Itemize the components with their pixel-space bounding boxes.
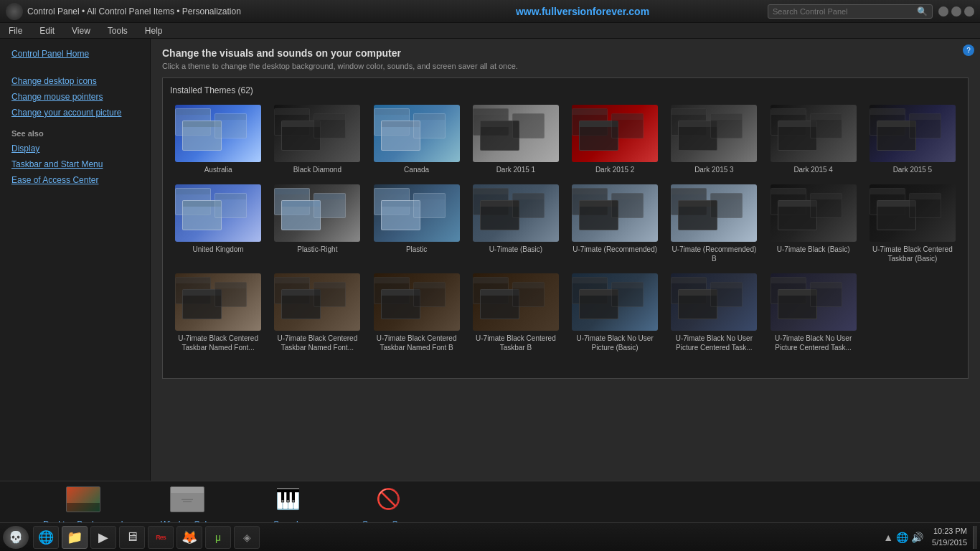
taskbar-tray: ▲ 🌐 🔊 <box>880 532 926 543</box>
theme-label: U-7imate Black (Basic) <box>777 245 850 254</box>
theme-label: Dark 2015 2 <box>595 165 634 174</box>
theme-item-dark2015-4[interactable]: Dark 2015 4 <box>765 101 862 178</box>
menu-view[interactable]: View <box>69 24 93 37</box>
theme-item-u7imate-black[interactable]: U-7imate Black (Basic) <box>765 181 862 267</box>
sidebar: Control Panel Home Change desktop icons … <box>0 39 151 481</box>
theme-item-u7b4[interactable]: U-7imate Black Centered Taskbar Named Fo… <box>369 270 465 356</box>
theme-item-canada[interactable]: Canada <box>369 101 465 178</box>
theme-label: U-7imate Black No User Picture Centered … <box>671 334 757 352</box>
menu-tools[interactable]: Tools <box>105 24 131 37</box>
start-button[interactable]: 💀 <box>3 526 29 549</box>
search-input[interactable] <box>773 7 917 16</box>
theme-item-uk[interactable]: United Kingdom <box>170 181 266 267</box>
theme-item-australia[interactable]: Australia <box>170 101 266 178</box>
taskbar-clock[interactable]: 10:23 PM 5/19/2015 <box>926 526 973 548</box>
theme-label: U-7imate Black Centered Taskbar Named Fo… <box>374 334 460 352</box>
breadcrumb: Control Panel • All Control Panel Items … <box>27 6 397 17</box>
taskbar-ie[interactable]: 🌐 <box>33 526 59 549</box>
sidebar-taskbar-startmenu[interactable]: Taskbar and Start Menu <box>0 156 150 172</box>
app-logo <box>6 3 23 20</box>
theme-item-u7imate-blackct[interactable]: U-7imate Black Centered Taskbar (Basic) <box>864 181 961 267</box>
theme-label: Canada <box>404 165 429 174</box>
theme-item-dark2015-1[interactable]: Dark 2015 1 <box>468 101 564 178</box>
search-icon: 🔍 <box>917 6 928 17</box>
theme-label: United Kingdom <box>193 245 244 254</box>
search-box[interactable]: 🔍 <box>768 4 933 19</box>
tray-volume[interactable]: 🔊 <box>911 532 923 543</box>
watermark: www.fullversionforever.com <box>397 6 768 17</box>
theme-item-u7imate[interactable]: U-7imate (Basic) <box>468 181 564 267</box>
content-area: ? Change the visuals and sounds on your … <box>151 39 980 481</box>
theme-item-u7b2[interactable]: U-7imate Black Centered Taskbar Named Fo… <box>170 270 266 356</box>
theme-label: U-7imate (Basic) <box>489 245 542 254</box>
theme-label: Dark 2015 3 <box>694 165 733 174</box>
theme-label: U-7imate Black Centered Taskbar B <box>473 334 559 352</box>
close-button[interactable] <box>964 6 974 17</box>
themes-header: Installed Themes (62) <box>170 85 961 95</box>
themes-container: Installed Themes (62) AustraliaBlack Dia… <box>162 77 969 379</box>
taskbar: 💀 🌐 📁 ▶ 🖥 Res 🦊 μ ◈ ▲ 🌐 🔊 10:23 PM 5/19/… <box>0 522 980 551</box>
theme-label: U-7imate Black Centered Taskbar Named Fo… <box>274 334 360 352</box>
sidebar-change-mouse-pointers[interactable]: Change mouse pointers <box>0 89 150 105</box>
show-desktop-button[interactable] <box>973 526 977 549</box>
theme-item-dark2015-2[interactable]: Dark 2015 2 <box>567 101 663 178</box>
theme-item-black-diamond[interactable]: Black Diamond <box>269 101 365 178</box>
window-controls <box>938 6 974 17</box>
main-container: Control Panel Home Change desktop icons … <box>0 39 980 481</box>
menubar: File Edit View Tools Help <box>0 23 980 39</box>
menu-edit[interactable]: Edit <box>37 24 57 37</box>
theme-item-u7b7[interactable]: U-7imate Black No User Picture Centered … <box>666 270 762 356</box>
theme-item-u7imate-recb[interactable]: U-7imate (Recommended) B <box>666 181 762 267</box>
theme-label: Plastic <box>406 245 427 254</box>
menu-file[interactable]: File <box>6 24 25 37</box>
sidebar-change-account-picture[interactable]: Change your account picture <box>0 105 150 121</box>
sidebar-display[interactable]: Display <box>0 141 150 156</box>
sounds-icon: 🎹 <box>270 482 305 517</box>
theme-label: U-7imate (Recommended) B <box>671 245 757 263</box>
themes-grid: AustraliaBlack DiamondCanadaDark 2015 1D… <box>170 101 961 356</box>
minimize-button[interactable] <box>938 6 948 17</box>
maximize-button[interactable] <box>951 6 961 17</box>
window-color-icon <box>170 482 204 517</box>
theme-label: U-7imate Black No User Picture Centered … <box>771 334 857 352</box>
theme-item-u7b3[interactable]: U-7imate Black Centered Taskbar Named Fo… <box>269 270 365 356</box>
clock-time: 10:23 PM <box>932 526 967 537</box>
sidebar-ease-access[interactable]: Ease of Access Center <box>0 172 150 188</box>
theme-item-plastic-right[interactable]: Plastic-Right <box>269 181 365 267</box>
theme-label: Dark 2015 5 <box>893 165 932 174</box>
theme-item-dark2015-3[interactable]: Dark 2015 3 <box>666 101 762 178</box>
taskbar-files[interactable]: 📁 <box>62 526 88 549</box>
menu-help[interactable]: Help <box>142 24 166 37</box>
theme-label: Australia <box>204 165 232 174</box>
clock-date: 5/19/2015 <box>932 537 967 548</box>
theme-item-u7b6[interactable]: U-7imate Black No User Picture (Basic) <box>567 270 663 356</box>
taskbar-firefox[interactable]: 🦊 <box>176 526 202 549</box>
theme-label: Black Diamond <box>293 165 341 174</box>
sidebar-control-panel-home[interactable]: Control Panel Home <box>0 46 150 62</box>
theme-label: Plastic-Right <box>297 245 337 254</box>
taskbar-monitor[interactable]: 🖥 <box>119 526 145 549</box>
see-also-title: See also <box>0 121 150 141</box>
taskbar-torrent[interactable]: μ <box>205 526 231 549</box>
theme-item-u7b8[interactable]: U-7imate Black No User Picture Centered … <box>765 270 862 356</box>
tray-network[interactable]: 🌐 <box>896 532 908 543</box>
theme-label: U-7imate Black No User Picture (Basic) <box>572 334 658 352</box>
tray-arrow[interactable]: ▲ <box>883 532 893 543</box>
theme-item-u7imate-rec[interactable]: U-7imate (Recommended) <box>567 181 663 267</box>
taskbar-media[interactable]: ▶ <box>90 526 116 549</box>
page-title: Change the visuals and sounds on your co… <box>162 47 969 59</box>
theme-item-u7b5[interactable]: U-7imate Black Centered Taskbar B <box>468 270 564 356</box>
screen-saver-icon: 🚫 <box>371 482 405 517</box>
taskbar-res[interactable]: Res <box>148 526 174 549</box>
sidebar-change-desktop-icons[interactable]: Change desktop icons <box>0 73 150 89</box>
page-subtitle: Click a theme to change the desktop back… <box>162 62 969 70</box>
taskbar-app5[interactable]: ◈ <box>234 526 260 549</box>
theme-label: U-7imate Black Centered Taskbar (Basic) <box>870 245 956 263</box>
theme-label: U-7imate (Recommended) <box>573 245 657 254</box>
theme-label: Dark 2015 4 <box>793 165 832 174</box>
help-icon[interactable]: ? <box>963 44 974 56</box>
desktop-background-icon <box>66 482 100 517</box>
theme-item-dark2015-5[interactable]: Dark 2015 5 <box>864 101 961 178</box>
theme-label: Dark 2015 1 <box>496 165 535 174</box>
theme-item-plastic[interactable]: Plastic <box>369 181 465 267</box>
